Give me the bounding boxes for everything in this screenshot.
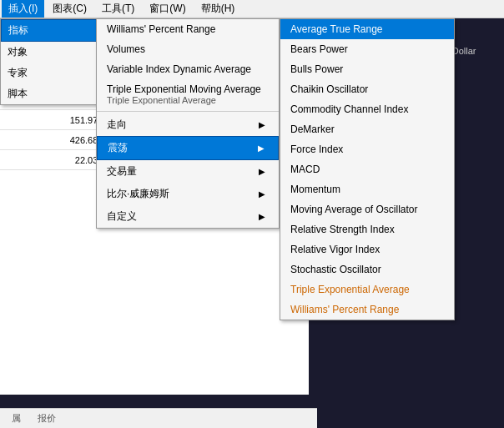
menu-tools[interactable]: 工具(T) <box>95 0 141 18</box>
table-cell-bid: 151.97 <box>0 113 103 127</box>
menu-chart[interactable]: 图表(C) <box>46 0 93 18</box>
menu-item-force-index[interactable]: Force Index <box>280 139 454 159</box>
menu-item-volume-ind[interactable]: 交易量 ▶ <box>97 160 279 183</box>
menu-item-stochastic[interactable]: Stochastic Oscillator <box>280 259 454 279</box>
arrow-icon: ▶ <box>259 167 265 176</box>
menu-item-trend[interactable]: 走向 ▶ <box>97 113 279 136</box>
menu-item-osma[interactable]: Moving Average of Oscillator <box>280 199 454 219</box>
table-cell-bid: 426.68 <box>0 133 103 147</box>
menu-item-oscillators[interactable]: 震荡 ▶ <box>97 136 279 160</box>
menu-item-macd[interactable]: MACD <box>280 159 454 179</box>
triple-line2: Triple Exponential Average <box>107 95 269 105</box>
app-background: 插入(I) 图表(C) 工具(T) 窗口(W) 帮助(H) W1 MN 🔍 🔍 … <box>0 0 504 428</box>
menu-item-demarker[interactable]: DeMarker <box>280 119 454 139</box>
menu-item-volumes[interactable]: Volumes <box>97 39 279 59</box>
menu-item-bulls-power[interactable]: Bulls Power <box>280 59 454 79</box>
arrow-icon: ▶ <box>259 212 265 221</box>
menu-window[interactable]: 窗口(W) <box>143 0 192 18</box>
menu-item-atr[interactable]: Average True Range <box>280 19 454 39</box>
menu-item-tema[interactable]: Triple Exponential Average <box>280 279 454 300</box>
menu-item-chaikin[interactable]: Chaikin Oscillator <box>280 79 454 99</box>
tab-properties[interactable]: 属 <box>7 410 26 426</box>
menu-item-cci[interactable]: Commodity Channel Index <box>280 99 454 119</box>
menu-item-williams-pr[interactable]: Williams' Percent Range <box>97 19 279 39</box>
menu-bar: 插入(I) 图表(C) 工具(T) 窗口(W) 帮助(H) <box>0 0 504 18</box>
tab-quotes[interactable]: 报价 <box>33 410 61 426</box>
oscillators-submenu: Average True Range Bears Power Bulls Pow… <box>280 18 455 320</box>
indicators-submenu: Williams' Percent Range Volumes Variable… <box>96 18 280 229</box>
menu-item-momentum[interactable]: Momentum <box>280 179 454 199</box>
menu-item-custom[interactable]: 自定义 ▶ <box>97 205 279 228</box>
table-cell-bid: 22.03 <box>0 154 103 167</box>
arrow-icon: ▶ <box>259 120 265 129</box>
arrow-icon: ▶ <box>259 189 265 199</box>
menu-item-rvi[interactable]: Relative Vigor Index <box>280 239 454 259</box>
menu-item-bears-power[interactable]: Bears Power <box>280 39 454 59</box>
separator <box>97 111 279 112</box>
menu-item-triple-exp[interactable]: Triple Exponential Moving Average Triple… <box>97 79 279 109</box>
bottom-bar: 属 报价 <box>0 408 317 428</box>
triple-line1: Triple Exponential Moving Average <box>107 83 269 95</box>
menu-item-wpr-osc[interactable]: Williams' Percent Range <box>280 300 454 320</box>
menu-help[interactable]: 帮助(H) <box>194 0 242 18</box>
menu-item-rsi[interactable]: Relative Strength Index <box>280 219 454 239</box>
menu-item-vidya[interactable]: Variable Index Dynamic Average <box>97 59 279 79</box>
menu-insert[interactable]: 插入(I) <box>2 0 44 18</box>
menu-item-bill-williams[interactable]: 比尔·威廉姆斯 ▶ <box>97 183 279 205</box>
arrow-icon: ▶ <box>258 144 265 153</box>
